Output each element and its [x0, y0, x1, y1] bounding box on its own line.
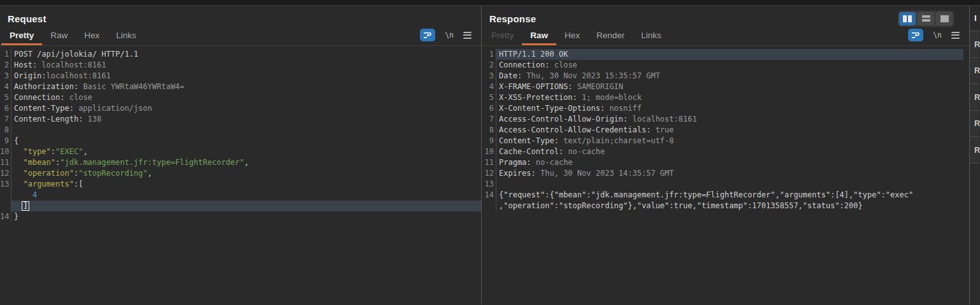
inspector-title: I	[970, 6, 979, 31]
code-line: 10 "type":"EXEC",	[0, 146, 481, 157]
line-number	[0, 201, 11, 211]
line-number: 11	[482, 157, 496, 168]
code-line: 12Expires: Thu, 30 Nov 2023 14:35:57 GMT	[482, 168, 963, 179]
inspector-section-header[interactable]: R	[970, 31, 979, 57]
tab-pretty[interactable]: Pretty	[483, 27, 522, 45]
line-number: 9	[0, 136, 11, 146]
line-number: 6	[482, 103, 496, 114]
code-line: 13 "arguments":[	[0, 179, 481, 190]
line-number: 2	[0, 60, 11, 71]
tab-pretty[interactable]: Pretty	[1, 27, 42, 45]
tab-raw[interactable]: Raw	[42, 27, 76, 45]
editor-menu-icon[interactable]	[951, 32, 960, 39]
code-text[interactable]: Cache-Control: no-cache	[496, 146, 963, 157]
line-number: 5	[0, 92, 11, 103]
code-text[interactable]	[496, 179, 963, 190]
code-text[interactable]: Connection: close	[11, 92, 481, 103]
line-number: 11	[0, 157, 11, 168]
inspector-strip: I RRRRR	[969, 6, 979, 304]
code-line: 5Connection: close	[0, 92, 481, 103]
line-number: 3	[0, 71, 11, 82]
inspector-section-header[interactable]: R	[970, 57, 979, 84]
code-text[interactable]: Host: localhost:8161	[11, 60, 481, 71]
request-panel: Request PrettyRawHexLinks \n	[0, 6, 481, 304]
response-editor-toolbar: \n	[908, 27, 969, 45]
code-text[interactable]: "type":"EXEC",	[11, 146, 481, 157]
line-number: 13	[482, 179, 496, 190]
response-tabs: PrettyRawHexRenderLinks \n	[482, 27, 969, 46]
code-text[interactable]: Origin:localhost:8161	[11, 71, 481, 82]
code-line: 8Access-Control-Allow-Credentials: true	[482, 125, 963, 136]
code-text[interactable]: Expires: Thu, 30 Nov 2023 14:35:57 GMT	[496, 168, 963, 179]
code-text[interactable]: }	[11, 211, 481, 222]
inspector-section-header[interactable]: R	[970, 136, 979, 163]
line-number: 2	[482, 60, 496, 71]
top-window-strip	[0, 0, 980, 6]
tab-render[interactable]: Render	[588, 27, 633, 45]
code-text[interactable]: "mbean":"jdk.management.jfr:type=FlightR…	[11, 157, 481, 168]
code-text[interactable]: X-XSS-Protection: 1; mode=block	[496, 92, 963, 103]
tab-hex[interactable]: Hex	[76, 27, 108, 45]
request-editor[interactable]: 1POST /api/jolokia/ HTTP/1.12Host: local…	[0, 46, 481, 304]
single-layout-button[interactable]	[936, 12, 953, 25]
tab-hex[interactable]: Hex	[556, 27, 588, 45]
line-number: 14	[482, 190, 496, 201]
line-number: 1	[482, 49, 496, 60]
code-line: 3Origin:localhost:8161	[0, 71, 481, 82]
tab-links[interactable]: Links	[633, 27, 670, 45]
code-line: 4	[0, 190, 481, 201]
newline-toggle-icon[interactable]: \n	[445, 31, 454, 39]
line-number: 10	[0, 146, 11, 157]
inspector-empty-area	[970, 163, 979, 305]
code-text[interactable]: ]	[11, 201, 481, 211]
code-text[interactable]: HTTP/1.1 200 OK	[496, 49, 963, 60]
code-text[interactable]: X-Content-Type-Options: nosniff	[496, 103, 963, 114]
line-number: 12	[0, 168, 11, 179]
tab-raw[interactable]: Raw	[522, 27, 556, 45]
code-line: 9{	[0, 136, 481, 146]
code-text[interactable]: Authorization: Basic YWRtaW46YWRtaW4=	[11, 82, 481, 92]
line-number: 7	[0, 114, 11, 125]
code-text[interactable]: "operation":"stopRecording",	[11, 168, 481, 179]
code-text[interactable]: "arguments":[	[11, 179, 481, 190]
code-line: 6X-Content-Type-Options: nosniff	[482, 103, 963, 114]
line-number: 4	[482, 82, 496, 92]
stacked-layout-button[interactable]	[918, 12, 934, 25]
soft-wrap-toggle-icon[interactable]	[908, 29, 923, 41]
line-number: 12	[482, 168, 496, 179]
columns-layout-button[interactable]	[899, 12, 916, 25]
code-text[interactable]	[11, 125, 481, 136]
text-cursor: ]	[22, 201, 29, 211]
code-text[interactable]: ,"operation":"stopRecording"},"value":tr…	[496, 201, 963, 211]
inspector-section-header[interactable]: R	[970, 110, 979, 137]
code-text[interactable]: Content-Type: text/plain;charset=utf-8	[496, 136, 963, 146]
code-line: 7Access-Control-Allow-Origin: localhost:…	[482, 114, 963, 125]
code-line: 2Host: localhost:8161	[0, 60, 481, 71]
code-line: 3Date: Thu, 30 Nov 2023 15:35:57 GMT	[482, 71, 963, 82]
code-text[interactable]: Content-Type: application/json	[11, 103, 481, 114]
code-text[interactable]: {	[11, 136, 481, 146]
code-text[interactable]: Connection: close	[496, 60, 963, 71]
tab-links[interactable]: Links	[108, 27, 145, 45]
code-line: 13	[482, 179, 963, 190]
code-text[interactable]: POST /api/jolokia/ HTTP/1.1	[11, 49, 481, 60]
editor-menu-icon[interactable]	[463, 32, 472, 39]
code-line: 4X-FRAME-OPTIONS: SAMEORIGIN	[482, 82, 963, 92]
code-line: 11Pragma: no-cache	[482, 157, 963, 168]
newline-toggle-icon[interactable]: \n	[933, 31, 942, 39]
code-text[interactable]: Date: Thu, 30 Nov 2023 15:35:57 GMT	[496, 71, 963, 82]
soft-wrap-toggle-icon[interactable]	[420, 29, 435, 41]
inspector-section-header[interactable]: R	[970, 83, 979, 110]
code-text[interactable]: X-FRAME-OPTIONS: SAMEORIGIN	[496, 82, 963, 92]
code-text[interactable]: Access-Control-Allow-Credentials: true	[496, 125, 963, 136]
code-text[interactable]: Access-Control-Allow-Origin: localhost:8…	[496, 114, 963, 125]
code-line: 12 "operation":"stopRecording",	[0, 168, 481, 179]
code-text[interactable]: Content-Length: 138	[11, 114, 481, 125]
response-editor[interactable]: 1HTTP/1.1 200 OK2Connection: close3Date:…	[482, 46, 963, 304]
code-line: 2Connection: close	[482, 60, 963, 71]
code-text[interactable]: {"request":{"mbean":"jdk.management.jfr:…	[496, 190, 963, 201]
code-text[interactable]: 4	[11, 190, 481, 201]
code-text[interactable]: Pragma: no-cache	[496, 157, 963, 168]
line-number: 9	[482, 136, 496, 146]
code-line: 11 "mbean":"jdk.management.jfr:type=Flig…	[0, 157, 481, 168]
